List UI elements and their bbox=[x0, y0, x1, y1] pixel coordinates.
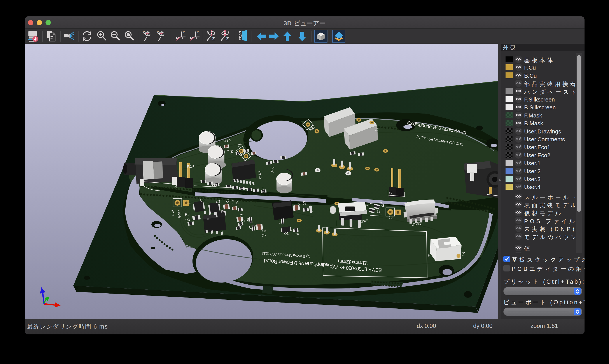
svg-text:D1: D1 bbox=[376, 209, 380, 213]
svg-text:Y: Y bbox=[197, 30, 199, 34]
svg-text:C6: C6 bbox=[294, 232, 299, 236]
svg-text:C4: C4 bbox=[297, 202, 301, 207]
svg-text:R9: R9 bbox=[278, 220, 282, 224]
svg-text:R7: R7 bbox=[248, 226, 253, 231]
svg-text:D4: D4 bbox=[230, 150, 234, 155]
svg-text:R1: R1 bbox=[241, 218, 246, 222]
svg-text:C5: C5 bbox=[261, 233, 266, 237]
svg-text:J5: J5 bbox=[388, 191, 392, 195]
svg-text:SW1: SW1 bbox=[361, 219, 369, 223]
svg-text:U2: U2 bbox=[216, 199, 220, 204]
svg-text:P4: P4 bbox=[220, 209, 225, 213]
svg-text:Q1: Q1 bbox=[284, 231, 289, 235]
svg-text:U7: U7 bbox=[258, 171, 261, 175]
svg-text:U6: U6 bbox=[461, 252, 466, 257]
svg-text:C11: C11 bbox=[226, 145, 230, 151]
svg-text:X: X bbox=[143, 31, 145, 34]
svg-text:C3: C3 bbox=[225, 198, 230, 203]
svg-text:R23: R23 bbox=[210, 183, 217, 188]
svg-text:+: + bbox=[427, 252, 430, 258]
svg-text:Z: Z bbox=[226, 36, 229, 41]
svg-text:R2: R2 bbox=[238, 223, 243, 227]
svg-text:J4: J4 bbox=[173, 184, 177, 188]
svg-text:J6: J6 bbox=[389, 215, 393, 220]
svg-text:+5V: +5V bbox=[171, 210, 175, 217]
svg-text:J2: J2 bbox=[374, 127, 379, 132]
svg-text:J3: J3 bbox=[188, 203, 192, 207]
svg-text:X: X bbox=[157, 31, 159, 34]
svg-text:Y: Y bbox=[183, 30, 185, 34]
svg-text:R6: R6 bbox=[185, 212, 190, 216]
svg-text:U3: U3 bbox=[200, 198, 205, 202]
svg-text:D2: D2 bbox=[381, 204, 385, 209]
svg-text:U4: U4 bbox=[262, 229, 267, 233]
svg-text:R5: R5 bbox=[231, 199, 235, 204]
svg-text:R8: R8 bbox=[246, 218, 250, 223]
svg-text:R10: R10 bbox=[187, 164, 194, 169]
svg-text:C2: C2 bbox=[235, 200, 239, 205]
svg-text:Z: Z bbox=[212, 36, 215, 41]
svg-text:C9: C9 bbox=[261, 187, 265, 192]
svg-text:D3: D3 bbox=[302, 201, 307, 206]
svg-text:C1: C1 bbox=[240, 213, 244, 217]
svg-text:R19: R19 bbox=[223, 139, 231, 143]
svg-text:R3: R3 bbox=[185, 218, 190, 222]
